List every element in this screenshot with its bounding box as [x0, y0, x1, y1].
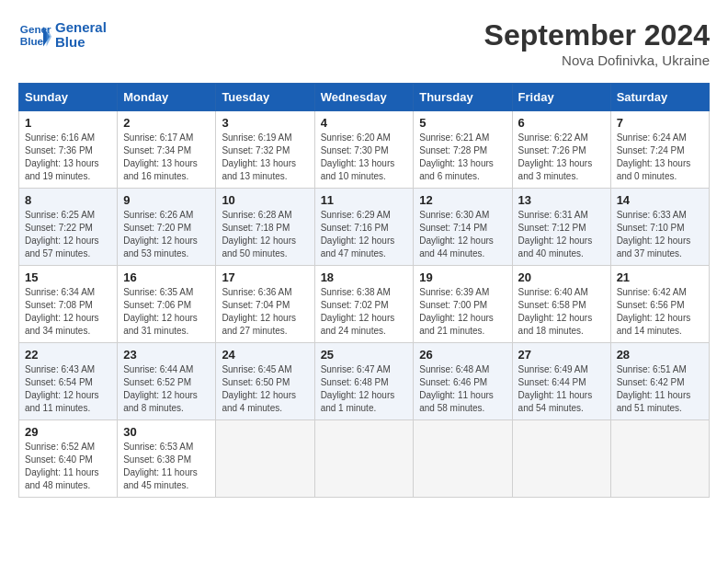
- day-info: Sunrise: 6:25 AM Sunset: 7:22 PM Dayligh…: [25, 209, 111, 260]
- day-number: 29: [25, 425, 111, 439]
- calendar-day-cell: 28Sunrise: 6:51 AM Sunset: 6:42 PM Dayli…: [610, 343, 709, 420]
- day-number: 9: [123, 193, 210, 207]
- calendar-day-cell: 9Sunrise: 6:26 AM Sunset: 7:20 PM Daylig…: [118, 189, 216, 266]
- day-number: 2: [123, 116, 210, 130]
- day-number: 14: [617, 193, 703, 207]
- day-number: 18: [321, 270, 408, 284]
- day-info: Sunrise: 6:35 AM Sunset: 7:06 PM Dayligh…: [123, 286, 210, 338]
- day-number: 12: [419, 193, 506, 207]
- calendar-week-row: 15Sunrise: 6:34 AM Sunset: 7:08 PM Dayli…: [19, 266, 710, 343]
- calendar-week-row: 1Sunrise: 6:16 AM Sunset: 7:36 PM Daylig…: [19, 111, 710, 189]
- day-number: 4: [321, 116, 408, 130]
- day-number: 27: [518, 348, 605, 362]
- day-number: 7: [617, 116, 703, 130]
- weekday-header: Tuesday: [216, 84, 314, 111]
- day-info: Sunrise: 6:36 AM Sunset: 7:04 PM Dayligh…: [222, 286, 308, 338]
- day-number: 3: [222, 116, 308, 130]
- title-block: September 2024 Nova Dofinivka, Ukraine: [484, 18, 710, 68]
- day-info: Sunrise: 6:47 AM Sunset: 6:48 PM Dayligh…: [321, 363, 408, 415]
- calendar-day-cell: 22Sunrise: 6:43 AM Sunset: 6:54 PM Dayli…: [19, 343, 118, 420]
- day-number: 19: [419, 270, 506, 284]
- calendar-day-cell: 30Sunrise: 6:53 AM Sunset: 6:38 PM Dayli…: [118, 420, 216, 498]
- calendar-day-cell: 19Sunrise: 6:39 AM Sunset: 7:00 PM Dayli…: [414, 266, 512, 343]
- day-info: Sunrise: 6:53 AM Sunset: 6:38 PM Dayligh…: [123, 441, 210, 492]
- day-info: Sunrise: 6:20 AM Sunset: 7:30 PM Dayligh…: [321, 132, 408, 183]
- logo: General Blue GeneralBlue: [18, 18, 107, 52]
- calendar-day-cell: [512, 420, 610, 498]
- day-info: Sunrise: 6:52 AM Sunset: 6:40 PM Dayligh…: [25, 441, 111, 492]
- day-number: 10: [222, 193, 308, 207]
- svg-text:Blue: Blue: [20, 35, 44, 47]
- calendar-day-cell: 16Sunrise: 6:35 AM Sunset: 7:06 PM Dayli…: [118, 266, 216, 343]
- day-info: Sunrise: 6:33 AM Sunset: 7:10 PM Dayligh…: [617, 209, 703, 260]
- calendar-day-cell: 26Sunrise: 6:48 AM Sunset: 6:46 PM Dayli…: [414, 343, 512, 420]
- calendar-day-cell: 25Sunrise: 6:47 AM Sunset: 6:48 PM Dayli…: [314, 343, 414, 420]
- day-number: 21: [617, 270, 703, 284]
- calendar-day-cell: [216, 420, 314, 498]
- day-number: 17: [222, 270, 308, 284]
- day-info: Sunrise: 6:49 AM Sunset: 6:44 PM Dayligh…: [518, 363, 605, 415]
- day-info: Sunrise: 6:34 AM Sunset: 7:08 PM Dayligh…: [25, 286, 111, 338]
- day-info: Sunrise: 6:48 AM Sunset: 6:46 PM Dayligh…: [419, 363, 506, 415]
- day-info: Sunrise: 6:40 AM Sunset: 6:58 PM Dayligh…: [518, 286, 605, 338]
- page-header: General Blue GeneralBlue September 2024 …: [18, 18, 710, 68]
- month-title: September 2024: [484, 18, 710, 52]
- calendar-day-cell: 18Sunrise: 6:38 AM Sunset: 7:02 PM Dayli…: [314, 266, 414, 343]
- day-info: Sunrise: 6:42 AM Sunset: 6:56 PM Dayligh…: [617, 286, 703, 338]
- day-info: Sunrise: 6:21 AM Sunset: 7:28 PM Dayligh…: [419, 132, 506, 183]
- calendar-day-cell: 11Sunrise: 6:29 AM Sunset: 7:16 PM Dayli…: [314, 189, 414, 266]
- day-number: 24: [222, 348, 308, 362]
- calendar-day-cell: 6Sunrise: 6:22 AM Sunset: 7:26 PM Daylig…: [512, 111, 610, 189]
- weekday-header-row: SundayMondayTuesdayWednesdayThursdayFrid…: [19, 84, 710, 111]
- calendar-day-cell: 21Sunrise: 6:42 AM Sunset: 6:56 PM Dayli…: [610, 266, 709, 343]
- day-number: 6: [518, 116, 605, 130]
- calendar-day-cell: 3Sunrise: 6:19 AM Sunset: 7:32 PM Daylig…: [216, 111, 314, 189]
- day-info: Sunrise: 6:19 AM Sunset: 7:32 PM Dayligh…: [222, 132, 308, 183]
- day-number: 25: [321, 348, 408, 362]
- calendar-day-cell: 10Sunrise: 6:28 AM Sunset: 7:18 PM Dayli…: [216, 189, 314, 266]
- day-info: Sunrise: 6:31 AM Sunset: 7:12 PM Dayligh…: [518, 209, 605, 260]
- day-number: 13: [518, 193, 605, 207]
- calendar-day-cell: [314, 420, 414, 498]
- day-number: 16: [123, 270, 210, 284]
- day-info: Sunrise: 6:30 AM Sunset: 7:14 PM Dayligh…: [419, 209, 506, 260]
- calendar-day-cell: 2Sunrise: 6:17 AM Sunset: 7:34 PM Daylig…: [118, 111, 216, 189]
- calendar-day-cell: 14Sunrise: 6:33 AM Sunset: 7:10 PM Dayli…: [610, 189, 709, 266]
- calendar-day-cell: 23Sunrise: 6:44 AM Sunset: 6:52 PM Dayli…: [118, 343, 216, 420]
- calendar-day-cell: 15Sunrise: 6:34 AM Sunset: 7:08 PM Dayli…: [19, 266, 118, 343]
- logo-icon: General Blue: [18, 18, 51, 52]
- calendar-week-row: 22Sunrise: 6:43 AM Sunset: 6:54 PM Dayli…: [19, 343, 710, 420]
- day-info: Sunrise: 6:24 AM Sunset: 7:24 PM Dayligh…: [617, 132, 703, 183]
- day-info: Sunrise: 6:26 AM Sunset: 7:20 PM Dayligh…: [123, 209, 210, 260]
- weekday-header: Monday: [118, 84, 216, 111]
- calendar-day-cell: 17Sunrise: 6:36 AM Sunset: 7:04 PM Dayli…: [216, 266, 314, 343]
- calendar-day-cell: 4Sunrise: 6:20 AM Sunset: 7:30 PM Daylig…: [314, 111, 414, 189]
- day-number: 26: [419, 348, 506, 362]
- day-info: Sunrise: 6:45 AM Sunset: 6:50 PM Dayligh…: [222, 363, 308, 415]
- day-number: 20: [518, 270, 605, 284]
- calendar-table: SundayMondayTuesdayWednesdayThursdayFrid…: [18, 83, 710, 498]
- weekday-header: Sunday: [19, 84, 118, 111]
- weekday-header: Thursday: [414, 84, 512, 111]
- calendar-day-cell: 13Sunrise: 6:31 AM Sunset: 7:12 PM Dayli…: [512, 189, 610, 266]
- weekday-header: Saturday: [610, 84, 709, 111]
- calendar-week-row: 29Sunrise: 6:52 AM Sunset: 6:40 PM Dayli…: [19, 420, 710, 498]
- day-info: Sunrise: 6:51 AM Sunset: 6:42 PM Dayligh…: [617, 363, 703, 415]
- day-info: Sunrise: 6:22 AM Sunset: 7:26 PM Dayligh…: [518, 132, 605, 183]
- calendar-day-cell: 7Sunrise: 6:24 AM Sunset: 7:24 PM Daylig…: [610, 111, 709, 189]
- day-info: Sunrise: 6:16 AM Sunset: 7:36 PM Dayligh…: [25, 132, 111, 183]
- calendar-week-row: 8Sunrise: 6:25 AM Sunset: 7:22 PM Daylig…: [19, 189, 710, 266]
- day-number: 22: [25, 348, 111, 362]
- day-info: Sunrise: 6:39 AM Sunset: 7:00 PM Dayligh…: [419, 286, 506, 338]
- day-info: Sunrise: 6:29 AM Sunset: 7:16 PM Dayligh…: [321, 209, 408, 260]
- day-number: 28: [617, 348, 703, 362]
- day-number: 1: [25, 116, 111, 130]
- day-number: 8: [25, 193, 111, 207]
- day-info: Sunrise: 6:17 AM Sunset: 7:34 PM Dayligh…: [123, 132, 210, 183]
- day-info: Sunrise: 6:44 AM Sunset: 6:52 PM Dayligh…: [123, 363, 210, 415]
- day-number: 15: [25, 270, 111, 284]
- calendar-day-cell: 24Sunrise: 6:45 AM Sunset: 6:50 PM Dayli…: [216, 343, 314, 420]
- logo-text: GeneralBlue: [55, 20, 107, 51]
- calendar-day-cell: 5Sunrise: 6:21 AM Sunset: 7:28 PM Daylig…: [414, 111, 512, 189]
- calendar-day-cell: 1Sunrise: 6:16 AM Sunset: 7:36 PM Daylig…: [19, 111, 118, 189]
